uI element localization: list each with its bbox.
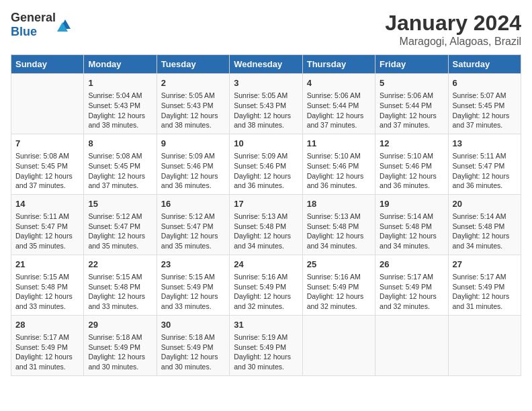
calendar-cell: 15Sunrise: 5:12 AM Sunset: 5:47 PM Dayli… <box>84 194 157 255</box>
calendar-cell: 25Sunrise: 5:16 AM Sunset: 5:49 PM Dayli… <box>302 255 375 315</box>
calendar-cell <box>448 315 521 375</box>
day-number: 8 <box>88 138 152 150</box>
logo-text: General Blue <box>11 11 56 39</box>
day-number: 24 <box>234 259 298 271</box>
calendar-cell: 23Sunrise: 5:15 AM Sunset: 5:49 PM Dayli… <box>157 255 229 315</box>
day-info: Sunrise: 5:14 AM Sunset: 5:48 PM Dayligh… <box>453 212 517 251</box>
day-info: Sunrise: 5:15 AM Sunset: 5:49 PM Dayligh… <box>161 272 225 312</box>
calendar-cell: 30Sunrise: 5:18 AM Sunset: 5:49 PM Dayli… <box>157 315 229 375</box>
calendar-cell: 20Sunrise: 5:14 AM Sunset: 5:48 PM Dayli… <box>448 194 521 255</box>
calendar-cell: 18Sunrise: 5:13 AM Sunset: 5:48 PM Dayli… <box>302 194 375 255</box>
day-info: Sunrise: 5:06 AM Sunset: 5:44 PM Dayligh… <box>380 91 443 130</box>
day-header-wednesday: Wednesday <box>230 55 302 74</box>
month-title: January 2024 <box>385 11 521 36</box>
day-number: 11 <box>307 138 371 150</box>
day-number: 19 <box>380 198 443 210</box>
day-info: Sunrise: 5:14 AM Sunset: 5:48 PM Dayligh… <box>380 212 443 251</box>
title-area: January 2024 Maragogi, Alagoas, Brazil <box>385 11 521 48</box>
calendar-week-4: 21Sunrise: 5:15 AM Sunset: 5:48 PM Dayli… <box>11 255 521 315</box>
day-info: Sunrise: 5:10 AM Sunset: 5:46 PM Dayligh… <box>307 151 371 191</box>
day-info: Sunrise: 5:10 AM Sunset: 5:46 PM Dayligh… <box>380 151 443 191</box>
calendar-cell: 28Sunrise: 5:17 AM Sunset: 5:49 PM Dayli… <box>11 315 84 375</box>
day-info: Sunrise: 5:15 AM Sunset: 5:48 PM Dayligh… <box>88 272 152 312</box>
day-number: 27 <box>453 259 517 271</box>
day-header-thursday: Thursday <box>302 55 375 74</box>
day-header-monday: Monday <box>84 55 157 74</box>
day-info: Sunrise: 5:06 AM Sunset: 5:44 PM Dayligh… <box>307 91 371 130</box>
day-number: 4 <box>307 77 371 89</box>
calendar-cell: 10Sunrise: 5:09 AM Sunset: 5:46 PM Dayli… <box>230 134 302 194</box>
calendar-header-row: SundayMondayTuesdayWednesdayThursdayFrid… <box>11 55 521 74</box>
calendar-week-1: 1Sunrise: 5:04 AM Sunset: 5:43 PM Daylig… <box>11 74 521 134</box>
logo-icon <box>57 17 73 33</box>
calendar-cell: 29Sunrise: 5:18 AM Sunset: 5:49 PM Dayli… <box>84 315 157 375</box>
day-number: 1 <box>88 77 152 89</box>
calendar-cell: 12Sunrise: 5:10 AM Sunset: 5:46 PM Dayli… <box>375 134 448 194</box>
day-number: 17 <box>234 198 298 210</box>
day-info: Sunrise: 5:11 AM Sunset: 5:47 PM Dayligh… <box>453 151 517 191</box>
day-info: Sunrise: 5:15 AM Sunset: 5:48 PM Dayligh… <box>15 272 79 312</box>
day-info: Sunrise: 5:13 AM Sunset: 5:48 PM Dayligh… <box>234 212 298 251</box>
day-number: 12 <box>380 138 443 150</box>
day-number: 29 <box>88 319 152 331</box>
day-header-friday: Friday <box>375 55 448 74</box>
day-number: 20 <box>453 198 517 210</box>
day-number: 15 <box>88 198 152 210</box>
day-info: Sunrise: 5:17 AM Sunset: 5:49 PM Dayligh… <box>453 272 517 312</box>
day-number: 28 <box>15 319 79 331</box>
logo-general: General <box>11 11 56 24</box>
day-number: 31 <box>234 319 298 331</box>
day-number: 23 <box>161 259 225 271</box>
calendar-table: SundayMondayTuesdayWednesdayThursdayFrid… <box>11 54 521 376</box>
calendar-cell <box>302 315 375 375</box>
day-number: 7 <box>15 138 79 150</box>
day-info: Sunrise: 5:11 AM Sunset: 5:47 PM Dayligh… <box>15 212 79 251</box>
calendar-cell: 19Sunrise: 5:14 AM Sunset: 5:48 PM Dayli… <box>375 194 448 255</box>
calendar-cell: 8Sunrise: 5:08 AM Sunset: 5:45 PM Daylig… <box>84 134 157 194</box>
calendar-cell: 24Sunrise: 5:16 AM Sunset: 5:49 PM Dayli… <box>230 255 302 315</box>
day-info: Sunrise: 5:13 AM Sunset: 5:48 PM Dayligh… <box>307 212 371 251</box>
day-info: Sunrise: 5:08 AM Sunset: 5:45 PM Dayligh… <box>88 151 152 191</box>
calendar-week-5: 28Sunrise: 5:17 AM Sunset: 5:49 PM Dayli… <box>11 315 521 375</box>
day-number: 3 <box>234 77 298 89</box>
calendar-cell: 14Sunrise: 5:11 AM Sunset: 5:47 PM Dayli… <box>11 194 84 255</box>
logo-blue: Blue <box>11 25 37 38</box>
day-number: 26 <box>380 259 443 271</box>
day-number: 6 <box>453 77 517 89</box>
day-header-tuesday: Tuesday <box>157 55 229 74</box>
calendar-cell: 7Sunrise: 5:08 AM Sunset: 5:45 PM Daylig… <box>11 134 84 194</box>
day-info: Sunrise: 5:19 AM Sunset: 5:49 PM Dayligh… <box>234 332 298 372</box>
day-number: 16 <box>161 198 225 210</box>
calendar-cell: 4Sunrise: 5:06 AM Sunset: 5:44 PM Daylig… <box>302 74 375 134</box>
calendar-cell: 13Sunrise: 5:11 AM Sunset: 5:47 PM Dayli… <box>448 134 521 194</box>
day-number: 14 <box>15 198 79 210</box>
day-info: Sunrise: 5:12 AM Sunset: 5:47 PM Dayligh… <box>88 212 152 251</box>
day-info: Sunrise: 5:12 AM Sunset: 5:47 PM Dayligh… <box>161 212 225 251</box>
day-info: Sunrise: 5:07 AM Sunset: 5:45 PM Dayligh… <box>453 91 517 130</box>
calendar-cell: 21Sunrise: 5:15 AM Sunset: 5:48 PM Dayli… <box>11 255 84 315</box>
page-header: General Blue January 2024 Maragogi, Alag… <box>11 11 521 48</box>
day-number: 2 <box>161 77 225 89</box>
calendar-cell: 9Sunrise: 5:09 AM Sunset: 5:46 PM Daylig… <box>157 134 229 194</box>
calendar-cell: 2Sunrise: 5:05 AM Sunset: 5:43 PM Daylig… <box>157 74 229 134</box>
day-number: 25 <box>307 259 371 271</box>
day-number: 10 <box>234 138 298 150</box>
calendar-cell: 3Sunrise: 5:05 AM Sunset: 5:43 PM Daylig… <box>230 74 302 134</box>
day-number: 13 <box>453 138 517 150</box>
day-info: Sunrise: 5:16 AM Sunset: 5:49 PM Dayligh… <box>234 272 298 312</box>
day-number: 22 <box>88 259 152 271</box>
day-info: Sunrise: 5:05 AM Sunset: 5:43 PM Dayligh… <box>161 91 225 130</box>
location-subtitle: Maragogi, Alagoas, Brazil <box>385 36 521 48</box>
logo: General Blue <box>11 11 73 39</box>
calendar-cell: 16Sunrise: 5:12 AM Sunset: 5:47 PM Dayli… <box>157 194 229 255</box>
day-number: 30 <box>161 319 225 331</box>
day-info: Sunrise: 5:17 AM Sunset: 5:49 PM Dayligh… <box>380 272 443 312</box>
calendar-cell: 11Sunrise: 5:10 AM Sunset: 5:46 PM Dayli… <box>302 134 375 194</box>
calendar-cell <box>11 74 84 134</box>
day-info: Sunrise: 5:16 AM Sunset: 5:49 PM Dayligh… <box>307 272 371 312</box>
calendar-week-2: 7Sunrise: 5:08 AM Sunset: 5:45 PM Daylig… <box>11 134 521 194</box>
calendar-cell <box>375 315 448 375</box>
calendar-cell: 31Sunrise: 5:19 AM Sunset: 5:49 PM Dayli… <box>230 315 302 375</box>
day-header-saturday: Saturday <box>448 55 521 74</box>
day-number: 9 <box>161 138 225 150</box>
